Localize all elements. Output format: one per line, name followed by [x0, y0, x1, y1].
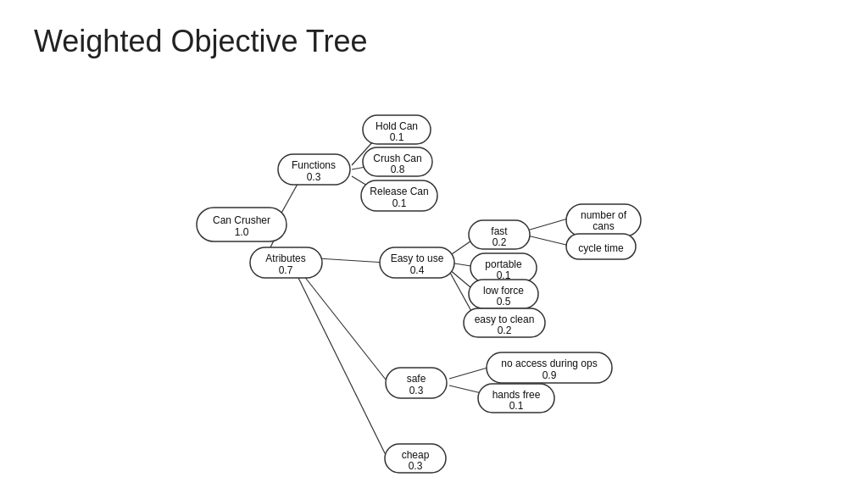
svg-text:1.0: 1.0: [235, 226, 249, 238]
svg-text:0.4: 0.4: [410, 264, 425, 276]
svg-text:no access during ops: no access during ops: [501, 358, 597, 369]
svg-text:0.9: 0.9: [542, 369, 557, 381]
svg-line-7: [298, 278, 386, 455]
svg-line-6: [303, 275, 386, 380]
svg-text:Can Crusher: Can Crusher: [213, 214, 270, 226]
svg-line-5: [318, 258, 386, 263]
svg-text:cheap: cheap: [402, 449, 430, 461]
svg-line-12: [527, 219, 568, 230]
svg-text:Atributes: Atributes: [265, 252, 305, 264]
svg-text:Crush Can: Crush Can: [373, 152, 421, 164]
svg-text:0.3: 0.3: [409, 385, 424, 396]
svg-text:safe: safe: [407, 373, 426, 385]
svg-text:fast: fast: [491, 225, 508, 237]
svg-text:portable: portable: [485, 258, 522, 270]
svg-text:easy to clean: easy to clean: [475, 313, 535, 325]
svg-text:0.5: 0.5: [497, 296, 511, 308]
svg-text:0.7: 0.7: [279, 264, 293, 276]
svg-text:Hold Can: Hold Can: [376, 120, 418, 132]
svg-text:hands free: hands free: [492, 389, 541, 401]
svg-text:0.2: 0.2: [492, 236, 507, 248]
svg-text:Release Can: Release Can: [370, 186, 428, 197]
svg-text:0.3: 0.3: [307, 171, 321, 183]
svg-text:Easy to use: Easy to use: [391, 252, 444, 264]
svg-text:0.1: 0.1: [390, 131, 404, 143]
svg-text:number of: number of: [581, 209, 627, 221]
svg-text:0.1: 0.1: [509, 400, 524, 412]
svg-text:0.3: 0.3: [409, 460, 423, 472]
svg-text:0.8: 0.8: [391, 164, 405, 175]
svg-text:cycle time: cycle time: [578, 242, 624, 254]
svg-text:0.2: 0.2: [498, 324, 512, 336]
svg-text:Functions: Functions: [292, 159, 336, 171]
svg-text:0.1: 0.1: [392, 197, 407, 209]
svg-line-13: [527, 236, 570, 246]
svg-text:low force: low force: [483, 285, 524, 297]
svg-text:cans: cans: [593, 220, 614, 232]
